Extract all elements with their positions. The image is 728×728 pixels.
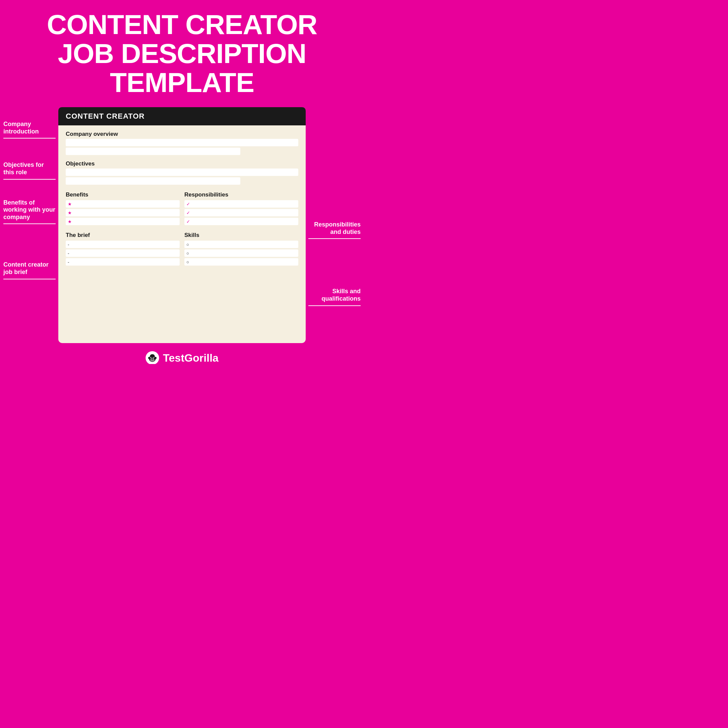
- star-icon-3: ★: [68, 219, 72, 224]
- section-label-company: Company overview: [66, 131, 298, 138]
- svg-point-13: [155, 357, 156, 359]
- check-icon-3: ✓: [187, 219, 190, 224]
- dash-icon-1: -: [68, 242, 69, 247]
- left-label-benefits: Benefits of working with your company: [3, 199, 56, 225]
- svg-point-9: [151, 359, 153, 360]
- benefit-row-2[interactable]: ★: [66, 209, 180, 216]
- doc-header: CONTENT CREATOR: [58, 107, 306, 125]
- svg-point-5: [151, 358, 151, 358]
- testgorilla-logo-icon: [145, 351, 159, 364]
- skill-row-3[interactable]: ○: [184, 258, 298, 266]
- brief-row-1[interactable]: -: [66, 241, 180, 248]
- benefit-row-3[interactable]: ★: [66, 218, 180, 225]
- responsibility-row-2[interactable]: ✓: [184, 209, 298, 216]
- responsibility-row-1[interactable]: ✓: [184, 200, 298, 208]
- input-company-1[interactable]: [66, 139, 298, 146]
- left-labels: Company introduction Objectives for this…: [3, 104, 56, 289]
- responsibility-row-3[interactable]: ✓: [184, 218, 298, 225]
- skill-row-2[interactable]: ○: [184, 249, 298, 257]
- svg-point-12: [148, 357, 150, 359]
- svg-point-14: [150, 354, 155, 358]
- left-label-brief: Content creator job brief: [3, 261, 56, 279]
- main-area: Company introduction Objectives for this…: [0, 104, 364, 346]
- two-col-top: Benefits ★ ★ ★ Responsibilities ✓: [66, 191, 298, 226]
- star-icon-2: ★: [68, 210, 72, 216]
- brief-row-3[interactable]: -: [66, 258, 180, 266]
- col-benefits: Benefits ★ ★ ★: [66, 191, 180, 226]
- benefit-row-1[interactable]: ★: [66, 200, 180, 208]
- col-label-benefits: Benefits: [66, 191, 180, 198]
- doc-body: Company overview Objectives Benefits ★: [58, 131, 306, 267]
- star-icon-1: ★: [68, 202, 72, 206]
- circle-icon-3: ○: [187, 260, 189, 265]
- input-objectives-2[interactable]: [66, 177, 240, 185]
- col-label-brief: The brief: [66, 232, 180, 239]
- col-label-responsibilities: Responsibilities: [184, 191, 298, 198]
- right-labels: Responsibilities and duties Skills and q…: [308, 104, 361, 316]
- dash-icon-3: -: [68, 260, 69, 265]
- left-label-objectives: Objectives for this role: [3, 161, 56, 179]
- col-skills: Skills ○ ○ ○: [184, 232, 298, 267]
- circle-icon-1: ○: [187, 242, 189, 247]
- input-objectives-1[interactable]: [66, 168, 298, 176]
- document-card: CONTENT CREATOR Company overview Objecti…: [58, 107, 306, 343]
- skill-row-1[interactable]: ○: [184, 241, 298, 248]
- footer: TestGorilla: [145, 346, 219, 364]
- input-company-2[interactable]: [66, 148, 240, 155]
- brief-row-2[interactable]: -: [66, 249, 180, 257]
- col-responsibilities: Responsibilities ✓ ✓ ✓: [184, 191, 298, 226]
- circle-icon-2: ○: [187, 251, 189, 256]
- section-objectives: Objectives: [66, 161, 298, 186]
- section-company-overview: Company overview: [66, 131, 298, 156]
- page-title: CONTENT CREATOR JOB DESCRIPTION TEMPLATE: [0, 0, 364, 104]
- check-icon-1: ✓: [187, 202, 190, 206]
- brand-name: TestGorilla: [163, 352, 219, 364]
- left-label-company: Company introduction: [3, 121, 56, 139]
- right-label-skills: Skills and qualifications: [308, 288, 361, 306]
- check-icon-2: ✓: [187, 210, 190, 216]
- section-label-objectives: Objectives: [66, 161, 298, 167]
- col-label-skills: Skills: [184, 232, 298, 239]
- two-col-bottom: The brief - - - Skills ○: [66, 232, 298, 267]
- doc-header-title: CONTENT CREATOR: [66, 112, 145, 120]
- dash-icon-2: -: [68, 251, 69, 256]
- col-brief: The brief - - -: [66, 232, 180, 267]
- right-label-responsibilities: Responsibilities and duties: [308, 221, 361, 239]
